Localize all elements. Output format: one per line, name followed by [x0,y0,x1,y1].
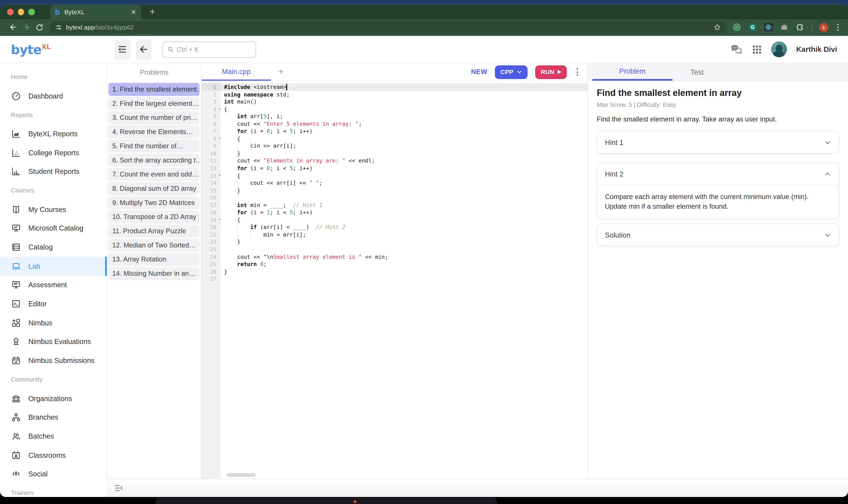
sidebar-item-assessment[interactable]: Assessment [0,275,107,294]
code-line-12[interactable]: for (i = 0; i < 5; i++) [221,165,588,172]
code-line-11[interactable]: cout << "Elements in array are: " << end… [221,157,588,165]
code-line-2[interactable]: using namespace std; [221,91,588,98]
run-button[interactable]: RUN [535,65,567,79]
window-close-button[interactable] [7,9,13,15]
sidebar-item-college-reports[interactable]: College Reports [0,143,107,162]
code-line-8[interactable]: { [221,135,588,143]
problem-item-10[interactable]: 10. Transpose of a 2D Array [108,210,199,223]
sidebar-item-social[interactable]: Social [0,465,107,484]
browser-reload-button[interactable] [33,21,46,34]
code-line-22[interactable]: } [221,238,588,246]
code-line-4[interactable]: { [221,106,588,113]
search-input[interactable] [177,46,251,53]
bookmark-star-icon[interactable] [714,23,721,31]
problem-item-3[interactable]: 3. Count the number of pri… [108,111,199,124]
file-tab-main-cpp[interactable]: Main.cpp [202,63,271,81]
editor-menu-button[interactable] [574,66,580,78]
fold-arrow-icon[interactable]: ▾ [218,135,221,143]
sidebar-item-nimbus[interactable]: Nimbus [0,313,107,332]
problem-item-14[interactable]: 14. Missing Number in an… [108,267,199,280]
global-search[interactable] [162,41,256,57]
code-line-3[interactable]: int main() [221,98,588,106]
collapse-panel-icon[interactable] [114,483,124,493]
react-devtools-extension-icon[interactable] [764,23,773,32]
browser-forward-button[interactable] [20,21,33,34]
tab-test[interactable]: Test [672,63,722,81]
bytexl-logo[interactable]: byteXL [11,42,51,56]
code-line-26[interactable]: } [221,268,588,275]
hint-2-header[interactable]: Hint 2 [597,163,839,185]
sidebar-item-bytexl-reports[interactable]: ByteXL Reports [0,124,107,143]
problem-item-11[interactable]: 11. Product Array Puzzle [108,224,199,237]
url-bar[interactable]: bytexl.app/lab/3z4jgrp62 [50,21,726,33]
new-tab-button[interactable]: + [149,6,155,18]
code-line-7[interactable]: for (i = 0; i < 5; i++) [221,128,588,135]
sidebar-item-catalog[interactable]: Catalog [0,238,107,257]
problem-item-2[interactable]: 2. Find the largest element… [108,97,199,110]
problem-item-9[interactable]: 9. Multiply Two 2D Matrices [108,196,199,209]
browser-tab[interactable]: b ByteXL ✕ [50,4,141,20]
problem-item-6[interactable]: 6. Sort the array according t… [108,154,199,167]
apps-grid-icon[interactable] [752,44,762,54]
problem-item-5[interactable]: 5. Find the number of… [108,140,199,152]
code-area[interactable]: 1234▾5678▾910111213▾141516171819▾2021222… [202,81,588,479]
fold-arrow-icon[interactable]: ▾ [218,217,221,224]
code-line-19[interactable]: { [221,216,588,224]
problem-item-8[interactable]: 8. Diagonal sum of 2D array [108,182,199,195]
sidebar-item-branches[interactable]: Branches [0,408,107,427]
app-back-button[interactable] [136,39,151,59]
code-line-24[interactable]: cout << "\nSmallest array element is " <… [221,253,588,261]
code-line-20[interactable]: if (arr[i] < ____) // Hint 2 [221,224,588,231]
code-line-13[interactable]: { [221,172,588,179]
tab-close-icon[interactable]: ✕ [131,8,136,16]
code-line-1[interactable]: #include <iostream> [221,83,588,91]
solution-header[interactable]: Solution [597,224,839,246]
problem-item-1[interactable]: 1. Find the smallest element… [108,83,199,96]
add-file-button[interactable]: + [278,67,284,77]
sidebar-item-lab[interactable]: Lab [0,256,107,275]
sidebar-item-editor[interactable]: Editor [0,294,107,313]
fold-arrow-icon[interactable]: ▾ [218,106,221,113]
orbit-extension-icon[interactable] [733,23,741,32]
browser-back-button[interactable] [6,21,20,34]
sidebar-item-my-courses[interactable]: My Courses [0,200,107,219]
sidebar-item-microsoft-catalog[interactable]: Microsoft Catalog [0,219,107,238]
code-line-23[interactable] [221,246,588,253]
code-line-6[interactable]: cout << "Enter 5 elements in array: "; [221,120,588,128]
sidebar-item-classrooms[interactable]: Classrooms [0,446,107,465]
grammarly-extension-icon[interactable]: G [748,23,757,32]
problem-item-13[interactable]: 13. Array Rotation [108,253,199,266]
code-line-5[interactable]: int arr[5], i; [221,113,588,121]
user-avatar[interactable] [771,41,787,57]
window-minimize-button[interactable] [18,9,24,15]
problem-item-4[interactable]: 4. Reverse the Elements… [108,125,199,138]
extensions-puzzle-icon[interactable] [796,23,805,32]
code-line-18[interactable]: for (i = 1; i < 5; i++) [221,209,588,216]
sidebar-item-nimbus-submissions[interactable]: Nimbus Submissions [0,351,107,370]
problem-item-12[interactable]: 12. Median of Two Sorted… [108,239,199,252]
tab-problem[interactable]: Problem [593,63,672,81]
code-line-9[interactable]: cin >> arr[i]; [221,143,588,150]
sidebar-item-nimbus-evaluations[interactable]: Nimbus Evaluations [0,332,107,351]
code-line-27[interactable] [221,275,588,283]
screenshot-extension-icon[interactable] [780,23,789,32]
code-line-21[interactable]: min = arr[i]; [221,231,588,238]
language-select-button[interactable]: CPP [495,65,528,79]
chat-icon[interactable] [729,43,743,56]
collapse-menu-button[interactable] [114,39,130,59]
window-zoom-button[interactable] [28,9,34,15]
code-line-25[interactable]: return 0; [221,261,588,268]
code-line-16[interactable] [221,194,588,201]
browser-profile-avatar[interactable]: k [819,23,829,32]
sidebar-item-dashboard[interactable]: Dashboard [0,86,107,105]
new-file-button[interactable]: NEW [471,68,487,76]
sidebar-item-batches[interactable]: Batches [0,427,107,446]
fold-arrow-icon[interactable]: ▾ [218,172,221,180]
code-line-10[interactable]: } [221,150,588,157]
code-line-17[interactable]: int min = ____; // Hint 1 [221,201,588,209]
hint-1-header[interactable]: Hint 1 [597,131,839,153]
sidebar-item-organizations[interactable]: Organizations [0,389,107,408]
browser-menu-button[interactable] [836,24,841,31]
problem-item-7[interactable]: 7. Count the even and odd… [108,168,199,181]
code-line-15[interactable]: } [221,187,588,194]
